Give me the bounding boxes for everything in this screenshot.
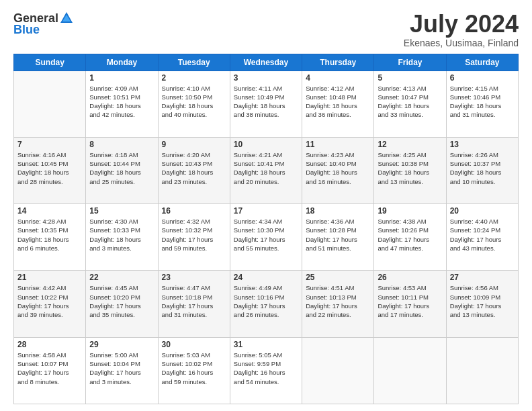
- calendar-header-sunday: Sunday: [14, 54, 86, 71]
- calendar-week-row: 28Sunrise: 4:58 AM Sunset: 10:07 PM Dayl…: [14, 337, 519, 404]
- calendar-header-monday: Monday: [86, 54, 158, 71]
- calendar-cell: 3Sunrise: 4:11 AM Sunset: 10:49 PM Dayli…: [230, 71, 302, 137]
- calendar-header-saturday: Saturday: [446, 54, 518, 71]
- day-info: Sunrise: 5:00 AM Sunset: 10:04 PM Daylig…: [89, 351, 154, 386]
- calendar-week-row: 7Sunrise: 4:16 AM Sunset: 10:45 PM Dayli…: [14, 137, 519, 203]
- calendar-cell: 29Sunrise: 5:00 AM Sunset: 10:04 PM Dayl…: [86, 337, 158, 404]
- day-number: 31: [234, 340, 298, 349]
- day-info: Sunrise: 4:58 AM Sunset: 10:07 PM Daylig…: [17, 351, 82, 386]
- calendar-cell: 14Sunrise: 4:28 AM Sunset: 10:35 PM Dayl…: [14, 204, 86, 271]
- day-number: 29: [89, 340, 154, 349]
- calendar-week-row: 21Sunrise: 4:42 AM Sunset: 10:22 PM Dayl…: [14, 271, 519, 337]
- logo-blue-text: Blue: [13, 23, 40, 37]
- day-info: Sunrise: 4:21 AM Sunset: 10:41 PM Daylig…: [234, 150, 298, 186]
- day-info: Sunrise: 4:20 AM Sunset: 10:43 PM Daylig…: [162, 150, 226, 186]
- day-number: 9: [162, 140, 226, 149]
- day-info: Sunrise: 4:25 AM Sunset: 10:38 PM Daylig…: [378, 150, 442, 186]
- calendar-header-thursday: Thursday: [302, 54, 374, 71]
- day-number: 13: [450, 140, 515, 149]
- day-number: 7: [17, 140, 82, 149]
- calendar-cell: 1Sunrise: 4:09 AM Sunset: 10:51 PM Dayli…: [86, 71, 158, 137]
- day-number: 15: [89, 206, 154, 216]
- calendar-table: SundayMondayTuesdayWednesdayThursdayFrid…: [13, 54, 519, 404]
- calendar-cell: 9Sunrise: 4:20 AM Sunset: 10:43 PM Dayli…: [158, 137, 230, 203]
- day-info: Sunrise: 4:15 AM Sunset: 10:46 PM Daylig…: [450, 84, 515, 120]
- calendar-cell: 19Sunrise: 4:38 AM Sunset: 10:26 PM Dayl…: [374, 204, 446, 271]
- day-info: Sunrise: 4:18 AM Sunset: 10:44 PM Daylig…: [89, 150, 154, 186]
- calendar-cell: 12Sunrise: 4:25 AM Sunset: 10:38 PM Dayl…: [374, 137, 446, 203]
- calendar-cell: 18Sunrise: 4:36 AM Sunset: 10:28 PM Dayl…: [302, 204, 374, 271]
- calendar-cell: 4Sunrise: 4:12 AM Sunset: 10:48 PM Dayli…: [302, 71, 374, 137]
- day-info: Sunrise: 4:38 AM Sunset: 10:26 PM Daylig…: [378, 217, 442, 253]
- calendar-cell: 20Sunrise: 4:40 AM Sunset: 10:24 PM Dayl…: [446, 204, 518, 271]
- day-number: 28: [17, 340, 82, 349]
- day-number: 18: [306, 206, 370, 216]
- day-info: Sunrise: 4:13 AM Sunset: 10:47 PM Daylig…: [378, 84, 442, 120]
- calendar-cell: [14, 71, 86, 137]
- calendar-cell: 13Sunrise: 4:26 AM Sunset: 10:37 PM Dayl…: [446, 137, 518, 203]
- calendar-cell: 28Sunrise: 4:58 AM Sunset: 10:07 PM Dayl…: [14, 337, 86, 404]
- day-info: Sunrise: 4:12 AM Sunset: 10:48 PM Daylig…: [306, 84, 370, 120]
- day-info: Sunrise: 4:32 AM Sunset: 10:32 PM Daylig…: [162, 217, 226, 253]
- calendar-header-friday: Friday: [374, 54, 446, 71]
- day-info: Sunrise: 4:11 AM Sunset: 10:49 PM Daylig…: [234, 84, 298, 120]
- calendar-cell: 24Sunrise: 4:49 AM Sunset: 10:16 PM Dayl…: [230, 271, 302, 337]
- day-info: Sunrise: 4:28 AM Sunset: 10:35 PM Daylig…: [17, 217, 82, 253]
- title-block: July 2024 Ekenaes, Uusimaa, Finland: [404, 11, 519, 48]
- day-info: Sunrise: 4:45 AM Sunset: 10:20 PM Daylig…: [89, 283, 154, 319]
- calendar-cell: 30Sunrise: 5:03 AM Sunset: 10:02 PM Dayl…: [158, 337, 230, 404]
- day-number: 10: [234, 140, 298, 149]
- calendar-cell: 11Sunrise: 4:23 AM Sunset: 10:40 PM Dayl…: [302, 137, 374, 203]
- day-number: 17: [234, 206, 298, 216]
- day-info: Sunrise: 4:16 AM Sunset: 10:45 PM Daylig…: [17, 150, 82, 186]
- day-number: 6: [450, 73, 515, 83]
- header: General Blue July 2024 Ekenaes, Uusimaa,…: [13, 11, 519, 48]
- calendar-cell: 17Sunrise: 4:34 AM Sunset: 10:30 PM Dayl…: [230, 204, 302, 271]
- calendar-cell: [302, 337, 374, 404]
- day-info: Sunrise: 4:26 AM Sunset: 10:37 PM Daylig…: [450, 150, 515, 186]
- day-info: Sunrise: 4:56 AM Sunset: 10:09 PM Daylig…: [450, 283, 515, 319]
- calendar-cell: 10Sunrise: 4:21 AM Sunset: 10:41 PM Dayl…: [230, 137, 302, 203]
- day-info: Sunrise: 4:09 AM Sunset: 10:51 PM Daylig…: [89, 84, 154, 120]
- calendar-cell: 22Sunrise: 4:45 AM Sunset: 10:20 PM Dayl…: [86, 271, 158, 337]
- day-info: Sunrise: 4:10 AM Sunset: 10:50 PM Daylig…: [162, 84, 226, 120]
- page: General Blue July 2024 Ekenaes, Uusimaa,…: [0, 0, 532, 411]
- day-number: 4: [306, 73, 370, 83]
- day-info: Sunrise: 4:34 AM Sunset: 10:30 PM Daylig…: [234, 217, 298, 253]
- day-info: Sunrise: 4:23 AM Sunset: 10:40 PM Daylig…: [306, 150, 370, 186]
- day-number: 5: [378, 73, 442, 83]
- logo: General Blue: [13, 11, 75, 37]
- day-number: 30: [162, 340, 226, 349]
- day-info: Sunrise: 4:49 AM Sunset: 10:16 PM Daylig…: [234, 283, 298, 319]
- day-info: Sunrise: 4:30 AM Sunset: 10:33 PM Daylig…: [89, 217, 154, 253]
- calendar-cell: 25Sunrise: 4:51 AM Sunset: 10:13 PM Dayl…: [302, 271, 374, 337]
- calendar-cell: 15Sunrise: 4:30 AM Sunset: 10:33 PM Dayl…: [86, 204, 158, 271]
- calendar-cell: 8Sunrise: 4:18 AM Sunset: 10:44 PM Dayli…: [86, 137, 158, 203]
- day-number: 27: [450, 273, 515, 282]
- calendar-cell: 21Sunrise: 4:42 AM Sunset: 10:22 PM Dayl…: [14, 271, 86, 337]
- calendar-cell: 26Sunrise: 4:53 AM Sunset: 10:11 PM Dayl…: [374, 271, 446, 337]
- calendar-cell: 2Sunrise: 4:10 AM Sunset: 10:50 PM Dayli…: [158, 71, 230, 137]
- day-number: 8: [89, 140, 154, 149]
- calendar-cell: 27Sunrise: 4:56 AM Sunset: 10:09 PM Dayl…: [446, 271, 518, 337]
- day-info: Sunrise: 4:40 AM Sunset: 10:24 PM Daylig…: [450, 217, 515, 253]
- calendar-cell: 16Sunrise: 4:32 AM Sunset: 10:32 PM Dayl…: [158, 204, 230, 271]
- day-number: 25: [306, 273, 370, 282]
- day-number: 14: [17, 206, 82, 216]
- day-info: Sunrise: 4:47 AM Sunset: 10:18 PM Daylig…: [162, 283, 226, 319]
- day-info: Sunrise: 4:36 AM Sunset: 10:28 PM Daylig…: [306, 217, 370, 253]
- day-number: 11: [306, 140, 370, 149]
- calendar-cell: 7Sunrise: 4:16 AM Sunset: 10:45 PM Dayli…: [14, 137, 86, 203]
- calendar-week-row: 14Sunrise: 4:28 AM Sunset: 10:35 PM Dayl…: [14, 204, 519, 271]
- calendar-header-row: SundayMondayTuesdayWednesdayThursdayFrid…: [14, 54, 519, 71]
- month-title: July 2024: [404, 11, 519, 38]
- day-number: 20: [450, 206, 515, 216]
- day-number: 21: [17, 273, 82, 282]
- day-info: Sunrise: 5:03 AM Sunset: 10:02 PM Daylig…: [162, 351, 226, 386]
- day-number: 12: [378, 140, 442, 149]
- calendar-week-row: 1Sunrise: 4:09 AM Sunset: 10:51 PM Dayli…: [14, 71, 519, 137]
- day-number: 16: [162, 206, 226, 216]
- calendar-header-wednesday: Wednesday: [230, 54, 302, 71]
- calendar-cell: [374, 337, 446, 404]
- day-number: 3: [234, 73, 298, 83]
